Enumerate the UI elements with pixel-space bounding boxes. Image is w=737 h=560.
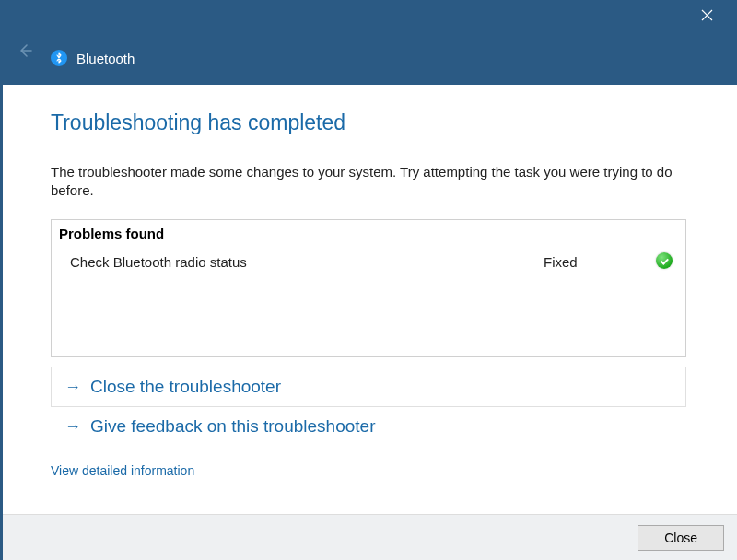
problem-status-icon [636,252,673,272]
dialog-header: Bluetooth [0,0,737,85]
page-title: Troubleshooting has completed [51,111,686,135]
bluetooth-icon [51,50,67,66]
close-icon[interactable] [694,6,720,28]
action-links: → Close the troubleshooter → Give feedba… [51,367,686,447]
arrow-right-icon: → [64,418,81,435]
close-troubleshooter-label: Close the troubleshooter [90,377,281,397]
feedback-link[interactable]: → Give feedback on this troubleshooter [51,407,686,447]
feedback-label: Give feedback on this troubleshooter [90,416,375,437]
problems-panel: Problems found Check Bluetooth radio sta… [51,219,686,357]
header-title: Bluetooth [76,51,135,66]
checkmark-icon [656,252,673,269]
problem-status: Fixed [544,254,636,270]
dialog-footer: Close [0,514,737,560]
problem-name: Check Bluetooth radio status [70,254,544,270]
content-area: Troubleshooting has completed The troubl… [0,85,737,514]
close-troubleshooter-link[interactable]: → Close the troubleshooter [51,367,686,407]
problems-header: Problems found [52,220,685,247]
close-button[interactable]: Close [638,525,724,551]
problem-row: Check Bluetooth radio status Fixed [52,247,685,277]
back-arrow-icon [17,42,33,63]
header-title-group: Bluetooth [51,50,135,66]
page-description: The troubleshooter made some changes to … [51,163,686,201]
arrow-right-icon: → [64,379,81,395]
view-detailed-info-link[interactable]: View detailed information [51,463,194,478]
